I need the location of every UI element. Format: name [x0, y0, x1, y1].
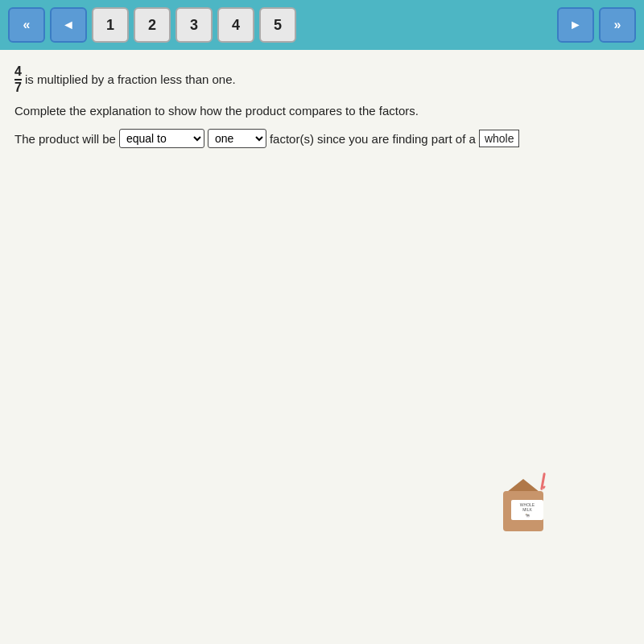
- page-5-label: 5: [274, 17, 282, 34]
- heart-icon: ♥: [542, 484, 546, 491]
- answer-prefix: The product will be: [14, 132, 116, 146]
- first-page-button[interactable]: «: [8, 7, 45, 43]
- instruction-text: Complete the explanation to show how the…: [14, 104, 630, 118]
- page-3-label: 3: [190, 17, 198, 34]
- page-3-button[interactable]: 3: [175, 7, 213, 43]
- next-page-icon: ►: [569, 18, 582, 32]
- answer-middle: factor(s) since you are finding part of …: [270, 132, 476, 146]
- carton-body: WHOLEMILK🐄: [503, 491, 543, 531]
- prev-page-button[interactable]: ◄: [50, 7, 87, 43]
- page-5-button[interactable]: 5: [259, 7, 296, 43]
- next-page-button[interactable]: ►: [557, 7, 594, 43]
- whole-value-box: whole: [479, 130, 520, 147]
- question-line: 4 7 is multiplied by a fraction less tha…: [14, 64, 630, 94]
- page-4-button[interactable]: 4: [217, 7, 254, 43]
- last-page-icon: »: [614, 18, 621, 32]
- page-1-label: 1: [106, 17, 114, 34]
- carton-top: [503, 479, 543, 492]
- page-1-button[interactable]: 1: [92, 7, 129, 43]
- page-4-label: 4: [232, 17, 240, 34]
- carton-label: WHOLEMILK🐄: [511, 500, 543, 521]
- main-content: 4 7 is multiplied by a fraction less tha…: [0, 50, 644, 644]
- factor-count-dropdown[interactable]: one both neither: [208, 129, 266, 148]
- last-page-button[interactable]: »: [599, 7, 636, 43]
- fraction-numerator: 4: [14, 64, 22, 79]
- page-2-button[interactable]: 2: [134, 7, 171, 43]
- milk-carton-decoration: ♥ WHOLEMILK🐄: [499, 479, 547, 531]
- page-2-label: 2: [148, 17, 156, 34]
- question-text: is multiplied by a fraction less than on…: [25, 72, 236, 86]
- comparison-dropdown[interactable]: less than equal to greater than: [119, 129, 204, 148]
- fraction-denominator: 7: [14, 79, 22, 95]
- answer-line: The product will be less than equal to g…: [14, 129, 630, 148]
- prev-page-icon: ◄: [62, 18, 75, 32]
- nav-bar: « ◄ 1 2 3 4 5 ► »: [0, 0, 644, 50]
- fraction: 4 7: [14, 64, 22, 94]
- first-page-icon: «: [23, 18, 31, 32]
